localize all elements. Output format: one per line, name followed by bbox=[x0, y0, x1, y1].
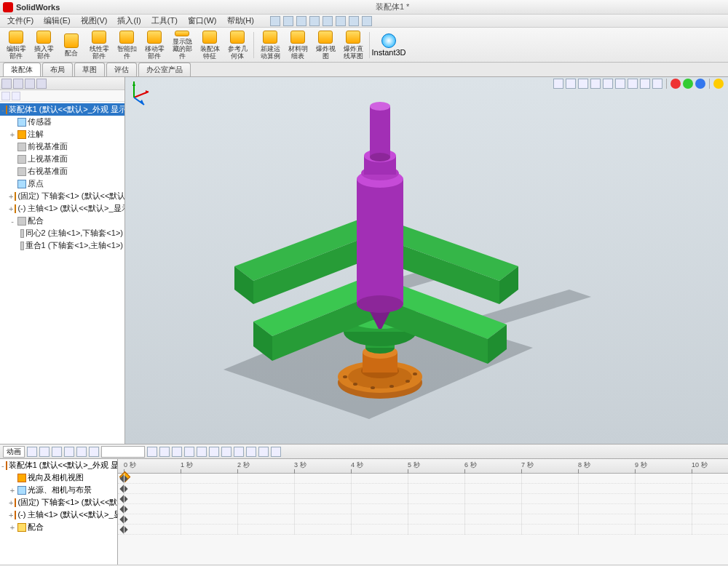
timeline-tree-node[interactable]: -装配体1 (默认<<默认>_外观 显示 bbox=[0, 459, 117, 471]
tree-node[interactable]: 同心2 (主轴<1>,下轴套<1>) bbox=[0, 227, 124, 239]
timeline-area[interactable]: 0 秒1 秒2 秒3 秒4 秒5 秒6 秒7 秒8 秒9 秒10 秒11 秒12… bbox=[118, 459, 728, 565]
results-icon[interactable] bbox=[246, 447, 256, 457]
timeline-row[interactable] bbox=[118, 474, 728, 484]
tree-node[interactable]: +(-) 主轴<1> (默认<<默认>_显示状态 1>) bbox=[0, 202, 124, 215]
spring-icon[interactable] bbox=[209, 447, 219, 457]
timeline-tree[interactable]: -装配体1 (默认<<默认>_外观 显示视向及相机视图+光源、相机与布景+(固定… bbox=[0, 459, 118, 565]
contact-icon[interactable] bbox=[221, 447, 232, 457]
zoom-area-icon[interactable] bbox=[566, 79, 576, 89]
motor-icon[interactable] bbox=[197, 447, 207, 457]
qat-capture-icon[interactable] bbox=[362, 16, 372, 26]
menu-tools[interactable]: 工具(T) bbox=[147, 15, 182, 27]
linear-pattern-button[interactable]: 线性零部件 bbox=[86, 30, 112, 60]
collapse-icon[interactable] bbox=[271, 447, 281, 457]
tree-tab-dim-icon[interactable] bbox=[36, 79, 47, 89]
appearance-green-icon[interactable] bbox=[683, 79, 693, 89]
reference-geometry-button[interactable]: 参考几何体 bbox=[224, 30, 250, 60]
qat-new-icon[interactable] bbox=[270, 16, 280, 26]
loop-icon[interactable] bbox=[89, 447, 99, 457]
filter-dropdown-icon[interactable] bbox=[12, 92, 20, 100]
graphics-viewport[interactable] bbox=[125, 77, 728, 444]
qat-options-icon[interactable] bbox=[349, 16, 359, 26]
tree-node[interactable]: 重合1 (下轴套<1>,主轴<1>) bbox=[0, 239, 124, 252]
autokey-icon[interactable] bbox=[172, 447, 182, 457]
timeline-row[interactable] bbox=[118, 504, 728, 514]
settings-icon[interactable] bbox=[258, 447, 269, 457]
tree-node[interactable]: +注解 bbox=[0, 128, 124, 140]
qat-save-icon[interactable] bbox=[296, 16, 306, 26]
qat-undo-icon[interactable] bbox=[323, 16, 333, 26]
show-hidden-button[interactable]: 显示隐藏的部件 bbox=[169, 30, 195, 60]
tree-tab-config-icon[interactable] bbox=[25, 79, 35, 89]
timeline-row[interactable] bbox=[118, 525, 728, 535]
instant3d-button[interactable]: Instant3D bbox=[373, 30, 405, 60]
timeline-tree-node[interactable]: +配合 bbox=[0, 521, 117, 533]
insert-component-button[interactable]: 插入零部件 bbox=[31, 30, 57, 60]
timeline-tree-node[interactable]: 视向及相机视图 bbox=[0, 471, 117, 484]
appearance-red-icon[interactable] bbox=[670, 79, 681, 89]
save-anim-icon[interactable] bbox=[147, 447, 157, 457]
qat-rebuild-icon[interactable] bbox=[336, 16, 346, 26]
tree-node[interactable]: 前视基准面 bbox=[0, 140, 124, 153]
tree-node[interactable]: -配合 bbox=[0, 215, 124, 227]
menu-file[interactable]: 文件(F) bbox=[3, 15, 38, 27]
menu-insert[interactable]: 插入(I) bbox=[113, 15, 145, 27]
speed-select[interactable] bbox=[101, 446, 145, 458]
tree-node[interactable]: +(固定) 下轴套<1> (默认<<默认>_显示状态 bbox=[0, 190, 124, 202]
smart-fasteners-button[interactable]: 智能扣件 bbox=[114, 30, 140, 60]
tab-office[interactable]: 办公室产品 bbox=[138, 63, 191, 76]
play-icon[interactable] bbox=[52, 447, 62, 457]
display-style-icon[interactable] bbox=[615, 79, 625, 89]
filter-icon[interactable] bbox=[1, 92, 10, 100]
study-type-select[interactable]: 动画 bbox=[3, 446, 25, 458]
anim-wizard-icon[interactable] bbox=[159, 447, 170, 457]
playback-end-icon[interactable] bbox=[64, 447, 74, 457]
tree-node[interactable]: -装配体1 (默认<<默认>_外观 显示状态> bbox=[0, 103, 124, 116]
tab-evaluate[interactable]: 评估 bbox=[106, 63, 137, 76]
timeline-tree-node[interactable]: +(-) 主轴<1> (默认<<默认>_显 bbox=[0, 509, 117, 521]
move-component-button[interactable]: 移动零部件 bbox=[141, 30, 167, 60]
feature-tree[interactable]: -装配体1 (默认<<默认>_外观 显示状态>传感器+注解前视基准面上视基准面右… bbox=[0, 102, 124, 253]
qat-open-icon[interactable] bbox=[283, 16, 293, 26]
menu-view[interactable]: 视图(V) bbox=[76, 15, 112, 27]
timeline-row[interactable] bbox=[118, 514, 728, 525]
appearance-blue-icon[interactable] bbox=[695, 79, 705, 89]
previous-view-icon[interactable] bbox=[578, 79, 588, 89]
appearance-yellow-icon[interactable] bbox=[713, 79, 724, 89]
edit-component-button[interactable]: 编辑零部件 bbox=[3, 30, 29, 60]
menu-window[interactable]: 窗口(W) bbox=[183, 15, 221, 27]
tree-node[interactable]: 传感器 bbox=[0, 116, 124, 128]
tab-assembly[interactable]: 装配体 bbox=[3, 63, 41, 76]
playback-start-icon[interactable] bbox=[39, 447, 50, 457]
tab-layout[interactable]: 布局 bbox=[42, 63, 73, 76]
mate-button[interactable]: 配合 bbox=[58, 30, 84, 60]
menu-help[interactable]: 帮助(H) bbox=[223, 15, 258, 27]
timeline-ruler[interactable]: 0 秒1 秒2 秒3 秒4 秒5 秒6 秒7 秒8 秒9 秒10 秒11 秒12… bbox=[118, 459, 728, 474]
tree-node[interactable]: 右视基准面 bbox=[0, 165, 124, 178]
tree-node[interactable]: 原点 bbox=[0, 178, 124, 190]
hide-show-icon[interactable] bbox=[628, 79, 638, 89]
explode-sketch-button[interactable]: 爆炸直线草图 bbox=[340, 30, 366, 60]
tree-tab-property-icon[interactable] bbox=[13, 79, 23, 89]
view-orientation-icon[interactable] bbox=[603, 79, 613, 89]
new-motion-study-button[interactable]: 新建运动算例 bbox=[257, 30, 283, 60]
gravity-icon[interactable] bbox=[234, 447, 244, 457]
tree-tab-feature-icon[interactable] bbox=[1, 79, 12, 89]
calculate-icon[interactable] bbox=[27, 447, 37, 457]
timeline-row[interactable] bbox=[118, 484, 728, 494]
edit-scene-icon[interactable] bbox=[640, 79, 650, 89]
zoom-fit-icon[interactable] bbox=[553, 79, 563, 89]
model-3d-canvas[interactable] bbox=[125, 77, 728, 444]
assembly-features-button[interactable]: 装配体特征 bbox=[197, 30, 223, 60]
apply-scene-icon[interactable] bbox=[652, 79, 662, 89]
tree-node[interactable]: 上视基准面 bbox=[0, 153, 124, 165]
bom-button[interactable]: 材料明细表 bbox=[285, 30, 311, 60]
section-view-icon[interactable] bbox=[590, 79, 601, 89]
timeline-tree-node[interactable]: +(固定) 下轴套<1> (默认<<默认 bbox=[0, 496, 117, 509]
stop-icon[interactable] bbox=[76, 447, 87, 457]
timeline-row[interactable] bbox=[118, 494, 728, 504]
tab-sketch[interactable]: 草图 bbox=[74, 63, 105, 76]
timeline-tree-node[interactable]: +光源、相机与布景 bbox=[0, 484, 117, 496]
qat-print-icon[interactable] bbox=[309, 16, 320, 26]
menu-edit[interactable]: 编辑(E) bbox=[39, 15, 75, 27]
